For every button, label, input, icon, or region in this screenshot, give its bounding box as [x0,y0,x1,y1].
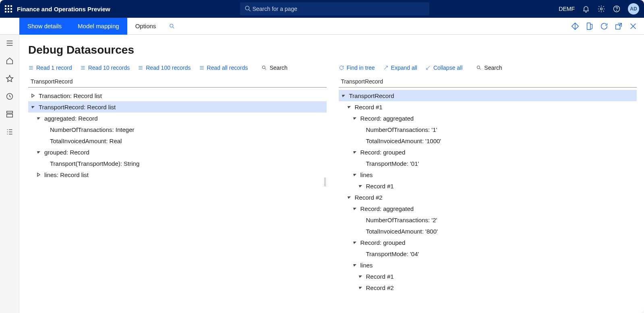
tree-node[interactable]: Record: grouped [339,146,637,158]
app-launcher-icon[interactable] [5,5,12,13]
workspaces-icon[interactable] [5,110,14,119]
tree-node-label: TransportMode: '04' [366,250,419,257]
tree-node[interactable]: Record #2 [339,192,637,203]
tree-node[interactable]: TotalInvoicedAmount: '1000' [339,135,637,146]
svg-line-1 [248,10,250,11]
tree-node[interactable]: grouped: Record [28,146,327,158]
tree-node-label: Record #2 [355,194,383,201]
close-icon[interactable] [629,22,638,31]
left-pane: Read 1 record Read 10 records Read 100 r… [28,65,327,293]
recent-icon[interactable] [5,92,14,101]
tree-node[interactable]: TransportRecord [339,90,637,101]
options-button[interactable]: Options [127,18,164,35]
tree-node[interactable]: TransportMode: '01' [339,158,637,169]
help-icon[interactable] [613,5,621,13]
tree-node[interactable]: lines [339,259,637,271]
tree-node-label: TotalInvoicedAmount: '800' [366,228,438,235]
tree-node[interactable]: Transport(TransportMode): String [28,158,327,169]
tree-node[interactable]: Record: aggregated [339,113,637,124]
svg-rect-17 [6,114,12,117]
global-search[interactable] [240,2,429,15]
tree-node-label: Record: grouped [360,239,406,246]
read-1-record-button[interactable]: Read 1 record [28,65,72,71]
tree-node[interactable]: Record #1 [339,101,637,113]
right-tree: TransportRecordRecord #1Record: aggregat… [339,88,637,293]
right-pane: Find in tree Expand all Collapse all Sea… [339,65,644,293]
svg-line-39 [480,69,481,70]
tree-node[interactable]: TransportRecord: Record list [28,101,327,113]
tree-node[interactable]: NumberOfTransactions: Integer [28,124,327,135]
svg-line-37 [265,69,266,70]
tree-node[interactable]: Record: aggregated [339,203,637,214]
tree-node[interactable]: aggregated: Record [28,113,327,124]
company-picker[interactable]: DEMF [559,6,575,12]
tree-node[interactable]: lines: Record list [28,169,327,180]
tree-node-label: TransportRecord: Record list [39,104,116,111]
svg-point-0 [245,6,249,10]
svg-point-4 [617,10,617,11]
tree-node-label: Record #1 [366,183,394,190]
tree-node[interactable]: NumberOfTransactions: '1' [339,124,637,135]
tree-node-label: lines [360,171,373,178]
popout-icon[interactable] [614,22,623,31]
tree-node[interactable]: NumberOfTransactions: '2' [339,214,637,225]
svg-point-38 [477,66,480,69]
page-title: Debug Datasources [28,44,644,56]
tree-node-label: Record #1 [366,273,394,280]
tree-node[interactable]: Record #1 [339,271,637,282]
tree-node[interactable]: Record #1 [339,180,637,192]
left-search-button[interactable]: Search [261,65,287,71]
home-icon[interactable] [5,56,14,65]
tree-node[interactable]: Record #2 [339,282,637,293]
hamburger-icon[interactable] [5,39,14,48]
expand-all-button[interactable]: Expand all [383,65,417,71]
read-all-records-button[interactable]: Read all records [199,65,248,71]
svg-rect-8 [587,23,590,29]
search-icon [244,5,252,13]
star-icon[interactable] [5,74,14,83]
find-in-tree-button[interactable]: Find in tree [339,65,375,71]
tree-node[interactable]: TransportMode: '04' [339,248,637,259]
read-10-records-button[interactable]: Read 10 records [80,65,130,71]
tree-node[interactable]: TotalInvoicedAmount: '800' [339,225,637,237]
svg-line-6 [173,27,174,28]
model-mapping-button[interactable]: Model mapping [70,18,127,35]
tree-node-label: TransportMode: '01' [366,160,419,167]
workspace: Debug Datasources Read 1 record Read 10 … [0,35,644,313]
left-tree: Transaction: Record listTransportRecord:… [28,88,327,180]
splitter-handle[interactable] [324,177,327,186]
tree-node-label: NumberOfTransactions: Integer [50,126,135,133]
avatar[interactable]: AD [628,3,639,15]
refresh-icon[interactable] [600,22,609,31]
tree-node-label: NumberOfTransactions: '1' [366,126,437,133]
collapse-all-button[interactable]: Collapse all [425,65,462,71]
tree-node-label: Record: aggregated [360,115,414,122]
side-rail [0,35,19,313]
tree-node[interactable]: Record: grouped [339,237,637,248]
tree-node-label: NumberOfTransactions: '2' [366,217,437,223]
read-100-records-button[interactable]: Read 100 records [138,65,191,71]
svg-rect-16 [6,111,12,113]
tree-node-label: Transport(TransportMode): String [50,160,139,167]
gear-icon[interactable] [597,5,605,13]
bell-icon[interactable] [582,5,590,13]
topbar: Finance and Operations Preview DEMF AD [0,0,644,18]
tree-node[interactable]: TotalInvoicedAmount: Real [28,135,327,146]
tree-node-label: Record #2 [366,284,394,291]
show-details-button[interactable]: Show details [19,18,70,35]
tree-node-label: grouped: Record [44,149,89,156]
tree-node-label: aggregated: Record [44,115,98,122]
action-search-button[interactable] [164,18,180,35]
tree-node-label: TotalInvoicedAmount: Real [50,138,122,144]
tree-node-label: lines [360,262,373,269]
tree-node-label: Record: aggregated [360,205,414,212]
diamond-icon[interactable] [571,22,580,31]
svg-point-36 [263,66,265,69]
global-search-input[interactable] [252,5,425,13]
modules-icon[interactable] [5,127,14,136]
tree-node[interactable]: Transaction: Record list [28,90,327,101]
right-search-button[interactable]: Search [476,65,502,71]
attachment-icon[interactable] [585,22,594,31]
tree-node-label: Record #1 [355,104,383,111]
tree-node[interactable]: lines [339,169,637,180]
